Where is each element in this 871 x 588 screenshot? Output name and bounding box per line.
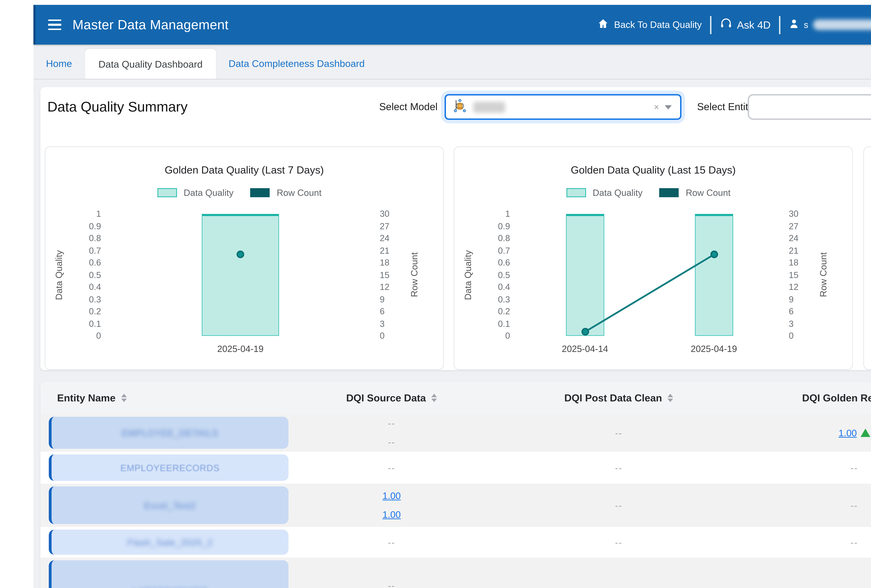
page-title: Data Quality Summary [47,99,188,115]
chart-golden-data-quality-7d: Golden Data Quality (Last 7 Days) Data Q… [45,147,444,370]
legend-swatch-row-count [250,188,270,197]
dqi-golden-record-cell: -- [751,537,871,548]
entity-chip[interactable]: EMPLOYEERECORDS [49,454,289,481]
back-to-data-quality-link[interactable]: Back To Data Quality [597,18,702,32]
entity-chip[interactable]: EMPLOYEE_DETAILS [49,417,289,449]
data-quality-bar [202,214,279,336]
y-axis-label-right: Row Count [409,210,419,340]
entity-chip[interactable]: Flash_Sale_2025_2 [49,530,289,555]
clear-model-icon[interactable]: × [648,102,665,112]
dqi-source-data-cell: -- [297,537,486,548]
column-header-dqi-golden-record[interactable]: DQI Golden Record [751,392,871,404]
select-entity-label: Select Entity [692,101,753,112]
app-header: Master Data Management Back To Data Qual… [33,5,871,45]
dqi-source-data-cell: -- -- [297,558,486,588]
legend-label: Data Quality [184,187,233,198]
entity-dqi-table: Entity Name DQI Source Data DQI Post Dat… [40,382,871,588]
dqi-source-data-cell: 1.00 1.00 [297,484,486,527]
sort-icon[interactable] [121,393,127,402]
column-header-dqi-post-data-clean[interactable]: DQI Post Data Clean [486,392,751,404]
source-data-link[interactable]: 1.00 [382,509,401,520]
entity-select[interactable]: × [748,94,871,120]
y-axis-label-left: Data Quality [463,210,473,340]
table-header-row: Entity Name DQI Source Data DQI Post Dat… [40,382,871,414]
dqi-golden-record-cell: 1.00 [751,428,871,438]
column-header-entity-name[interactable]: Entity Name [40,392,297,404]
tab-home[interactable]: Home [46,58,72,69]
user-email-prefix: s [804,19,808,30]
user-icon [789,18,799,32]
row-count-point [236,251,244,258]
dqi-source-data-cell: -- -- [297,414,486,452]
column-header-dqi-source-data[interactable]: DQI Source Data [297,392,486,404]
source-data-link[interactable]: 1.00 [382,491,401,501]
table-row: Excel_Test2 1.00 1.00 -- -- [40,484,871,527]
dqi-post-data-clean-cell: -- [486,462,751,473]
app-window: Master Data Management Back To Data Qual… [0,0,871,588]
dqi-source-data-cell: -- [297,462,486,473]
legend-label: Row Count [277,187,322,198]
tab-data-completeness-dashboard[interactable]: Data Completeness Dashboard [229,58,365,69]
table-row: Flash_Sale_2025_2 -- -- -- [40,527,871,558]
data-quality-summary-panel: Data Quality Summary Select Model × [40,87,871,370]
chart-golden-data-quality-15d: Golden Data Quality (Last 15 Days) Data … [453,147,853,370]
x-axis-labels: 2025-04-19 [111,344,369,355]
x-axis-tick-label: 2025-04-14 [562,344,608,354]
x-axis-labels: 2025-04-142025-04-19 [521,344,778,355]
ask-4d-link[interactable]: Ask 4D [720,17,771,32]
data-model-icon [452,98,468,116]
entity-chip[interactable]: Excel_Test2 [49,486,289,524]
table-row: LARGEDATASET -- -- -- -- [40,558,871,588]
plot-area [521,214,778,336]
legend-label: Data Quality [593,187,642,198]
dqi-post-data-clean-cell: -- [486,558,751,588]
y-axis-label-right: Row Count [818,210,829,340]
row-count-point [581,328,589,336]
golden-record-link[interactable]: 1.00 [838,428,857,438]
x-axis-tick-label: 2025-04-19 [691,344,737,354]
y-axis-label-left: Data Quality [54,210,64,340]
total-golden-record-card: Total Golden Record 23 [864,147,871,370]
chart-title: Golden Data Quality (Last 7 Days) [45,164,443,176]
y-axis-ticks-right: 302724211815129630 [789,209,813,341]
model-selected-value-redacted [473,102,505,112]
dqi-golden-record-cell: -- [751,462,871,473]
select-model-label: Select Model [347,101,438,112]
legend-swatch-row-count [659,188,679,197]
chart-title: Golden Data Quality (Last 15 Days) [454,164,852,176]
legend-swatch-data-quality [566,188,586,197]
sort-icon[interactable] [431,393,437,402]
header-right: Back To Data Quality Ask 4D s [597,16,871,34]
header-divider [710,16,711,34]
row-count-line [521,214,778,336]
table-row: EMPLOYEERECORDS -- -- -- [40,452,871,484]
home-icon [597,18,609,32]
y-axis-ticks-right: 302724211815129630 [380,209,403,341]
plot-area [111,214,369,336]
legend-swatch-data-quality [157,188,177,197]
dqi-golden-record-cell: -- [751,500,871,510]
user-email-redacted [813,19,871,30]
chart-legend: Data Quality Row Count [454,187,852,198]
tabstrip-divider [33,79,871,79]
legend-label: Row Count [685,187,730,198]
header-divider [779,16,780,34]
dqi-post-data-clean-cell: -- [486,428,751,438]
table-row: EMPLOYEE_DETAILS -- -- -- 1.00 [40,414,871,452]
x-axis-tick-label: 2025-04-19 [217,344,263,354]
chevron-down-icon[interactable] [665,105,672,109]
header-left: Master Data Management [36,17,229,32]
sort-icon[interactable] [667,393,673,402]
tab-data-quality-dashboard[interactable]: Data Quality Dashboard [85,49,216,79]
menu-icon[interactable] [48,19,61,30]
dqi-golden-record-cell: -- [751,558,871,588]
model-select[interactable]: × [444,94,681,120]
y-axis-ticks-left: 10.90.80.70.60.50.40.30.20.10 [65,209,101,341]
entity-chip[interactable]: LARGEDATASET [49,560,289,588]
user-account[interactable]: s [789,18,871,32]
headset-icon [720,17,732,32]
y-axis-ticks-left: 10.90.80.70.60.50.40.30.20.10 [474,209,510,341]
row-count-point [710,251,718,258]
chart-legend: Data Quality Row Count [45,187,443,198]
app-title: Master Data Management [72,17,229,32]
